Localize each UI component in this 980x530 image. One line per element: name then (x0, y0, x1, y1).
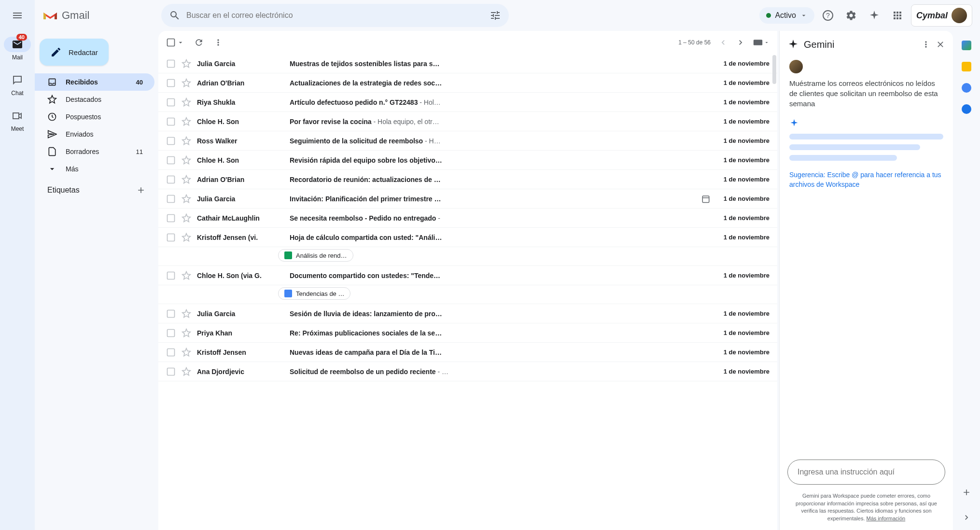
email-row[interactable]: Cathair McLaughlin Se necesita reembolso… (158, 209, 777, 228)
row-checkbox[interactable] (166, 59, 176, 69)
email-row[interactable]: Ross Walker Seguimiento de la solicitud … (158, 131, 777, 151)
star-icon[interactable] (182, 328, 191, 338)
star-icon[interactable] (182, 98, 191, 107)
logo[interactable]: Gmail (42, 9, 157, 22)
nav-item-clock[interactable]: Pospuestos (35, 108, 154, 126)
nav-item-draft[interactable]: Borradores 11 (35, 143, 154, 160)
contacts-app-icon[interactable] (962, 104, 971, 114)
more-vert-icon (213, 38, 223, 47)
status-chip[interactable]: Activo (759, 7, 814, 24)
email-row[interactable]: Adrian O'Brian Recordatorio de reunión: … (158, 170, 777, 189)
email-row[interactable]: Ana Djordjevic Solicitud de reembolso de… (158, 362, 777, 381)
email-sender: Priya Khan (197, 329, 284, 337)
more-button[interactable] (213, 38, 223, 47)
email-row[interactable]: Kristoff Jensen Nuevas ideas de campaña … (158, 343, 777, 362)
compose-button[interactable]: Redactar (40, 39, 109, 66)
keep-app-icon[interactable] (962, 62, 971, 71)
row-checkbox[interactable] (166, 78, 176, 88)
gemini-more-button[interactable] (921, 40, 931, 49)
star-icon[interactable] (182, 367, 191, 377)
tasks-app-icon[interactable] (962, 83, 971, 93)
apps-button[interactable] (888, 6, 907, 25)
svg-rect-5 (168, 60, 175, 67)
calendar-app-icon[interactable] (962, 41, 971, 50)
email-subject: Solicitud de reembolso de un pedido reci… (290, 368, 712, 376)
rail-mail[interactable]: 40 Mail (0, 35, 35, 63)
svg-rect-11 (168, 176, 175, 183)
rail-chat[interactable]: Chat (0, 70, 35, 98)
gemini-input-wrap[interactable] (787, 460, 945, 485)
collapse-rail-button[interactable] (962, 513, 971, 522)
brand-box[interactable]: Cymbal (911, 4, 972, 27)
search-input[interactable] (186, 11, 484, 20)
gemini-input[interactable] (798, 468, 935, 476)
row-checkbox[interactable] (166, 194, 176, 204)
row-checkbox[interactable] (166, 117, 176, 126)
star-icon[interactable] (182, 194, 191, 204)
row-checkbox[interactable] (166, 213, 176, 223)
row-checkbox[interactable] (166, 328, 176, 338)
input-tools-button[interactable] (753, 39, 770, 46)
select-all-checkbox[interactable] (166, 38, 176, 47)
search-bar[interactable] (161, 4, 509, 27)
email-row[interactable]: Priya Khan Re: Próximas publicaciones so… (158, 323, 777, 343)
email-row[interactable]: Kristoff Jensen (vi. Hoja de cálculo com… (158, 228, 777, 247)
nav-item-send[interactable]: Enviados (35, 126, 154, 143)
gemini-header-button[interactable] (865, 6, 884, 25)
settings-button[interactable] (841, 6, 861, 25)
plus-icon[interactable] (136, 185, 146, 195)
scrollbar[interactable] (772, 55, 776, 84)
gemini-close-button[interactable] (936, 40, 945, 49)
next-page-button[interactable] (736, 38, 745, 47)
row-checkbox[interactable] (166, 348, 176, 357)
star-icon[interactable] (182, 348, 191, 357)
prev-page-button[interactable] (718, 38, 728, 47)
refresh-button[interactable] (194, 38, 204, 47)
rail-meet[interactable]: Meet (0, 106, 35, 134)
add-app-button[interactable] (962, 488, 971, 497)
row-checkbox[interactable] (166, 367, 176, 377)
email-row[interactable]: Julia Garcia Sesión de lluvia de ideas: … (158, 304, 777, 323)
email-row[interactable]: Chloe H. Son Por favor revise la cocina … (158, 112, 777, 131)
row-checkbox[interactable] (166, 233, 176, 242)
svg-text:?: ? (826, 12, 830, 19)
svg-rect-7 (168, 98, 175, 106)
header: Gmail Activo ? Cymbal (35, 0, 980, 31)
row-checkbox[interactable] (166, 271, 176, 280)
avatar[interactable] (952, 8, 967, 23)
row-checkbox[interactable] (166, 136, 176, 146)
help-button[interactable]: ? (818, 6, 838, 25)
email-row[interactable]: Chloe H. Son (via G. Documento compartid… (158, 266, 777, 285)
email-sender: Kristoff Jensen (197, 349, 284, 356)
attachment-chip[interactable]: Análisis de rend… (278, 249, 353, 262)
email-row[interactable]: Chloe H. Son Revisión rápida del equipo … (158, 151, 777, 170)
email-row[interactable]: Riya Shukla Artículo defectuoso pedido n… (158, 93, 777, 112)
compose-label: Redactar (69, 48, 98, 56)
star-icon[interactable] (182, 213, 191, 223)
email-subject: Se necesita reembolso - Pedido no entreg… (290, 214, 712, 222)
star-icon[interactable] (182, 175, 191, 184)
star-icon[interactable] (182, 155, 191, 165)
nav-item-star[interactable]: Destacados (35, 91, 154, 108)
star-icon[interactable] (182, 78, 191, 88)
row-checkbox[interactable] (166, 309, 176, 319)
nav-item-inbox[interactable]: Recibidos 40 (35, 73, 154, 91)
star-icon[interactable] (182, 136, 191, 146)
more-info-link[interactable]: Más información (867, 516, 906, 521)
star-icon[interactable] (182, 117, 191, 126)
select-dropdown-icon[interactable] (177, 39, 184, 46)
email-row[interactable]: Adrian O'Brian Actualizaciones de la est… (158, 73, 777, 93)
attachment-chip[interactable]: Tendencias de … (278, 287, 350, 300)
star-icon[interactable] (182, 59, 191, 69)
star-icon[interactable] (182, 233, 191, 242)
star-icon[interactable] (182, 309, 191, 319)
star-icon[interactable] (182, 271, 191, 280)
email-row[interactable]: Julia Garcia Invitación: Planificación d… (158, 189, 777, 209)
row-checkbox[interactable] (166, 175, 176, 184)
tune-icon[interactable] (490, 10, 501, 21)
row-checkbox[interactable] (166, 155, 176, 165)
main-menu-button[interactable] (6, 4, 29, 27)
row-checkbox[interactable] (166, 98, 176, 107)
email-row[interactable]: Julia Garcia Muestras de tejidos sosteni… (158, 54, 777, 73)
nav-item-more[interactable]: Más (35, 160, 154, 178)
